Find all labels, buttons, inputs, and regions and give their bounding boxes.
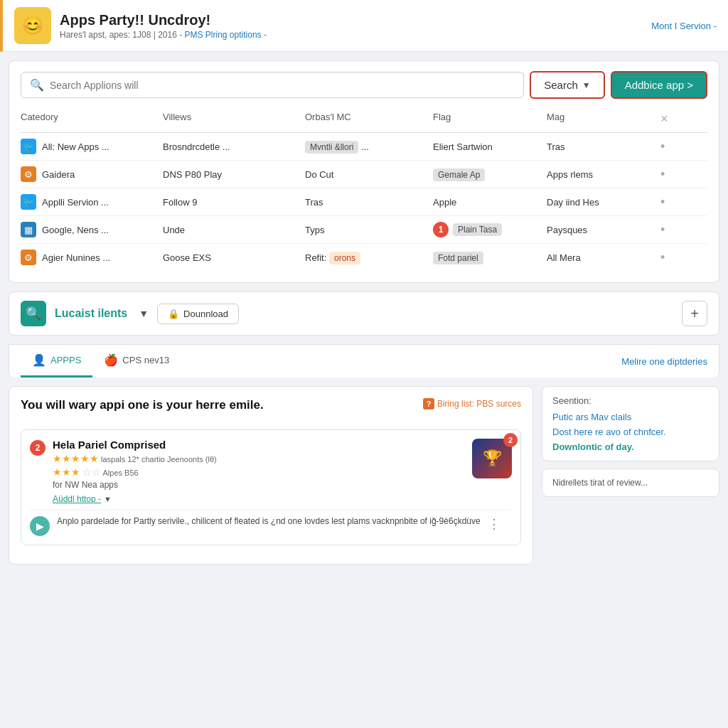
app-card-header: 2 Hela Pariel Comprised ★★★★★ laspals 12… <box>30 439 512 504</box>
sidebar-link-2[interactable]: Dost here re avo of chnfcer. <box>552 427 709 437</box>
content-title-row: You will wary appi one is your herre emi… <box>21 398 521 421</box>
search-icon: 🔍 <box>30 78 44 92</box>
app-rating2-row: ★★★ ☆☆ Alpes B56 <box>53 466 217 478</box>
header-left: 😊 Apps Party!! Uncdroy! Hares'l apst, ap… <box>14 7 267 44</box>
category-cell: 🐦 Applli Servion ... <box>21 194 163 210</box>
filter-search-icon: 🔍 <box>21 301 46 326</box>
chevron-icon: ▼ <box>104 495 112 503</box>
biring-link[interactable]: ? Biring list: PBS surces <box>423 398 521 410</box>
more-options-button[interactable]: ⋮ <box>488 516 500 532</box>
main-content: You will wary appi one is your herre emi… <box>9 386 719 564</box>
play-icon: ▶ <box>30 516 50 536</box>
user-service-link[interactable]: Mont I Servion - <box>651 21 717 31</box>
app-title: Apps Party!! Uncdroy! <box>60 12 267 28</box>
filter-title[interactable]: Lucaist ilents <box>55 307 127 320</box>
thumb-badge: 2 <box>503 433 518 447</box>
filter-bar: 🔍 Lucaist ilents ▼ 🔒 Dounnload + <box>9 291 719 336</box>
close-icon[interactable]: × <box>660 112 682 127</box>
dot-icon: • <box>660 195 682 210</box>
orange-icon: ⚙ <box>21 166 36 182</box>
app-description-row: ▶ Anplo pardelade for Partly serivile., … <box>30 510 512 536</box>
orange-icon: ⚙ <box>21 250 36 265</box>
sidebar-card-main: Seention: Putic ars Mav clails Dost here… <box>542 386 719 461</box>
app-card-left: 2 Hela Pariel Comprised ★★★★★ laspals 12… <box>30 439 217 504</box>
chevron-down-icon: ▼ <box>139 308 149 319</box>
sidebar-card-preview: Nidrellets tirat of review... <box>542 469 719 497</box>
header-info: Apps Party!! Uncdroy! Hares'l apst, apes… <box>60 12 267 40</box>
dot-icon: • <box>660 250 682 265</box>
add-button[interactable]: + <box>682 301 707 326</box>
app-thumb-wrap: 🏆 2 <box>472 439 512 478</box>
col-flag: Flag <box>433 112 547 127</box>
col-category: Catedory <box>21 112 163 127</box>
search-bar-row: 🔍 Search ▼ Addbice app > <box>21 71 707 99</box>
table-row: 🐦 All: New Apps ... Brosndrcdetle ... Mv… <box>21 133 707 161</box>
app-badge: 2 <box>30 440 46 456</box>
person-icon: 👤 <box>32 353 46 367</box>
app-subtitle: Hares'l apst, apes: 1J08 | 2016 - PMS Pl… <box>60 30 267 40</box>
filter-left: 🔍 Lucaist ilents ▼ 🔒 Dounnload <box>21 301 239 326</box>
avatar: 😊 <box>14 7 51 44</box>
add-app-button[interactable]: Addbice app > <box>611 71 707 99</box>
col-mc: Orbas'l MC <box>305 112 433 127</box>
table-row: ▦ Google, Nens ... Unde Typs 1 Plain Tas… <box>21 216 707 244</box>
tab-appps[interactable]: 👤 APPPS <box>21 345 92 378</box>
search-input[interactable] <box>50 80 515 91</box>
more-categories-link[interactable]: Melire one diptderies <box>621 356 707 367</box>
dot-icon: • <box>660 139 682 154</box>
app-sub-meta: for NW Nea apps <box>53 480 217 490</box>
twitter-icon: 🐦 <box>21 194 36 210</box>
app-description: Anplo pardelade for Partly serivile., ch… <box>57 516 481 526</box>
page-title: You will wary appi one is your herre emi… <box>21 398 264 412</box>
table-header: Catedory Villews Orbas'l MC Flag Mag × <box>21 109 707 133</box>
app-card: 2 Hela Pariel Comprised ★★★★★ laspals 12… <box>21 429 521 545</box>
sidebar-preview-text: Nidrellets tirat of review... <box>552 478 709 488</box>
table-row: 🐦 Applli Servion ... Follow 9 Tras Apple… <box>21 188 707 216</box>
sidebar: Seention: Putic ars Mav clails Dost here… <box>542 386 719 564</box>
category-cell: ⚙ Agier Nunines ... <box>21 250 163 265</box>
content-left: You will wary appi one is your herre emi… <box>9 386 533 564</box>
download-button[interactable]: 🔒 Dounnload <box>157 304 239 324</box>
col-views: Villews <box>163 112 305 127</box>
tabs-left: 👤 APPPS 🍎 CPS nev13 <box>21 345 181 378</box>
star-icons-gray: ☆☆ <box>82 466 101 478</box>
app-info: Hela Pariel Comprised ★★★★★ laspals 12* … <box>53 439 217 504</box>
table-row: ⚙ Gaidera DNS P80 Play Do Cut Gemale Ap … <box>21 161 707 188</box>
category-cell: ⚙ Gaidera <box>21 166 163 182</box>
sidebar-link-1[interactable]: Putic ars Mav clails <box>552 412 709 422</box>
app-tag-row: Aüddl httop - ▼ <box>53 493 217 504</box>
thumb-icon: 🏆 <box>483 449 502 468</box>
tab-cps[interactable]: 🍎 CPS nev13 <box>92 345 181 378</box>
chevron-down-icon: ▼ <box>582 80 591 90</box>
twitter-icon: 🐦 <box>21 139 36 154</box>
category-cell: ▦ Google, Nens ... <box>21 222 163 237</box>
pms-link[interactable]: PMS Plring optitions - <box>185 30 267 40</box>
search-dropdown-button[interactable]: Search ▼ <box>530 71 604 99</box>
search-results-table: Catedory Villews Orbas'l MC Flag Mag × 🐦… <box>21 109 707 271</box>
star-icons: ★★★★★ <box>53 453 99 464</box>
star-icons-2: ★★★ <box>53 466 80 478</box>
search-section: 🔍 Search ▼ Addbice app > Catedory Villew… <box>9 60 719 283</box>
info-icon: ? <box>423 398 434 410</box>
sidebar-title: Seention: <box>552 395 709 406</box>
category-cell: 🐦 All: New Apps ... <box>21 139 163 154</box>
app-thumbnail: 🏆 2 <box>472 439 512 478</box>
grid-icon: ▦ <box>21 222 36 237</box>
dot-icon: • <box>660 223 682 237</box>
lock-icon: 🔒 <box>168 309 179 319</box>
badge-number: 1 <box>433 222 449 237</box>
apple-icon: 🍎 <box>104 353 118 367</box>
sidebar-link-3[interactable]: Downlontic of day. <box>552 441 709 452</box>
col-mag: Mag <box>547 112 660 127</box>
app-tag-link[interactable]: Aüddl httop - <box>53 494 101 504</box>
app-name: Hela Pariel Comprised <box>53 439 217 451</box>
dot-icon: • <box>660 167 682 182</box>
table-row: ⚙ Agier Nunines ... Goose EXS Refit: oro… <box>21 244 707 271</box>
app-rating-row: ★★★★★ laspals 12* chartio Jeenoonts (lθ) <box>53 453 217 464</box>
app-header: 😊 Apps Party!! Uncdroy! Hares'l apst, ap… <box>0 0 728 52</box>
search-input-wrap: 🔍 <box>21 72 524 98</box>
tabs-bar: 👤 APPPS 🍎 CPS nev13 Melire one diptderie… <box>9 344 719 378</box>
